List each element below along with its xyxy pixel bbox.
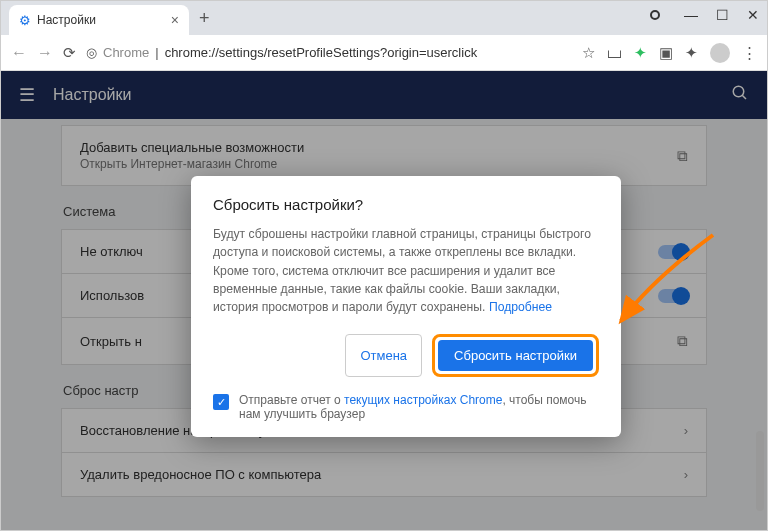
browser-tab[interactable]: ⚙ Настройки × — [9, 5, 189, 35]
star-icon[interactable]: ☆ — [582, 44, 595, 62]
reset-dialog: Сбросить настройки? Будут сброшены настр… — [191, 176, 621, 437]
window-titlebar: ⚙ Настройки × + — ☐ ✕ — [1, 1, 767, 35]
cancel-button[interactable]: Отмена — [345, 334, 422, 377]
tab-close-icon[interactable]: × — [171, 12, 179, 28]
menu-dots-icon[interactable]: ⋮ — [742, 44, 757, 62]
chrome-icon: ◎ — [86, 45, 97, 60]
evernote-icon[interactable]: ✦ — [634, 44, 647, 62]
tab-title: Настройки — [37, 13, 96, 27]
profile-avatar[interactable] — [710, 43, 730, 63]
minimize-button[interactable]: — — [684, 7, 698, 23]
new-tab-button[interactable]: + — [199, 8, 210, 29]
shield-icon[interactable]: ▣ — [659, 44, 673, 62]
close-button[interactable]: ✕ — [747, 7, 759, 23]
dialog-body: Будут сброшены настройки главной страниц… — [213, 225, 599, 316]
back-button[interactable]: ← — [11, 44, 27, 62]
extensions-icon[interactable]: ✦ — [685, 44, 698, 62]
learn-more-link[interactable]: Подробнее — [489, 300, 552, 314]
highlight-frame: Сбросить настройки — [432, 334, 599, 377]
send-report-checkbox[interactable]: ✓ — [213, 394, 229, 410]
dialog-title: Сбросить настройки? — [213, 196, 599, 213]
current-settings-link[interactable]: текущих настройках Chrome — [344, 393, 502, 407]
maximize-button[interactable]: ☐ — [716, 7, 729, 23]
forward-button: → — [37, 44, 53, 62]
address-bar: ← → ⟳ ◎ Chrome | chrome://settings/reset… — [1, 35, 767, 71]
url-field[interactable]: ◎ Chrome | chrome://settings/resetProfil… — [86, 45, 572, 60]
reload-button[interactable]: ⟳ — [63, 44, 76, 62]
account-indicator-icon — [650, 10, 660, 20]
dialog-footer: ✓ Отправьте отчет о текущих настройках C… — [213, 393, 599, 421]
url-text: chrome://settings/resetProfileSettings?o… — [165, 45, 478, 60]
url-origin-label: Chrome — [103, 45, 149, 60]
reset-confirm-button[interactable]: Сбросить настройки — [438, 340, 593, 371]
gear-icon: ⚙ — [19, 13, 31, 28]
scrollbar-thumb[interactable] — [756, 431, 764, 511]
window-controls: — ☐ ✕ — [650, 7, 759, 23]
pocket-icon[interactable]: ⌴ — [607, 44, 622, 61]
